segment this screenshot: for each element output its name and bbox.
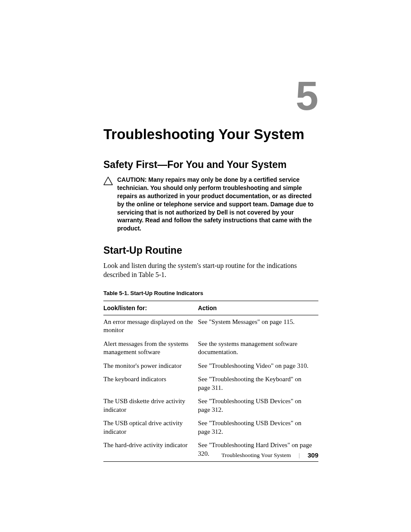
cell-look: An error message displayed on the monito… xyxy=(103,315,198,337)
cell-look: Alert messages from the systems manageme… xyxy=(103,337,198,359)
cell-action: See "Troubleshooting Video" on page 310. xyxy=(198,359,318,373)
chapter-number: 5 xyxy=(296,75,318,116)
table-header-action: Action xyxy=(198,301,318,315)
caution-label: CAUTION: xyxy=(117,176,148,183)
cell-action: See "Troubleshooting USB Devices" on pag… xyxy=(198,395,318,417)
section-title-startup: Start-Up Routine xyxy=(103,245,318,256)
cell-look: The keyboard indicators xyxy=(103,373,198,395)
cell-action: See "Troubleshooting USB Devices" on pag… xyxy=(198,417,318,439)
table-row: The keyboard indicators See "Troubleshoo… xyxy=(103,373,318,395)
cell-look: The USB diskette drive activity indicato… xyxy=(103,395,198,417)
cell-action: See "System Messages" on page 115. xyxy=(198,315,318,337)
cell-look: The monitor's power indicator xyxy=(103,359,198,373)
table-row: The USB optical drive activity indicator… xyxy=(103,417,318,439)
caution-body: Many repairs may only be done by a certi… xyxy=(117,176,314,232)
startup-body-text: Look and listen during the system's star… xyxy=(103,261,318,280)
footer-divider: | xyxy=(299,452,300,459)
caution-block: CAUTION: Many repairs may only be done b… xyxy=(103,176,318,233)
startup-indicators-table: Look/listen for: Action An error message… xyxy=(103,301,318,462)
table-row: The monitor's power indicator See "Troub… xyxy=(103,359,318,373)
page-number: 309 xyxy=(308,451,318,459)
table-row: An error message displayed on the monito… xyxy=(103,315,318,337)
chapter-title: Troubleshooting Your System xyxy=(103,126,318,143)
table-caption: Table 5-1. Start-Up Routine Indicators xyxy=(103,290,318,296)
page-container: 5 Troubleshooting Your System Safety Fir… xyxy=(0,0,411,532)
table-row: The USB diskette drive activity indicato… xyxy=(103,395,318,417)
warning-triangle-icon xyxy=(103,177,113,187)
table-header-look: Look/listen for: xyxy=(103,301,198,315)
cell-action: See the systems management software docu… xyxy=(198,337,318,359)
cell-look: The hard-drive activity indicator xyxy=(103,439,198,462)
page-footer: Troubleshooting Your System | 309 xyxy=(221,451,318,459)
cell-action: See "Troubleshooting the Keyboard" on pa… xyxy=(198,373,318,395)
footer-title: Troubleshooting Your System xyxy=(221,452,291,459)
table-row: Alert messages from the systems manageme… xyxy=(103,337,318,359)
cell-look: The USB optical drive activity indicator xyxy=(103,417,198,439)
caution-text: CAUTION: Many repairs may only be done b… xyxy=(117,176,314,233)
section-title-safety: Safety First—For You and Your System xyxy=(103,159,318,171)
